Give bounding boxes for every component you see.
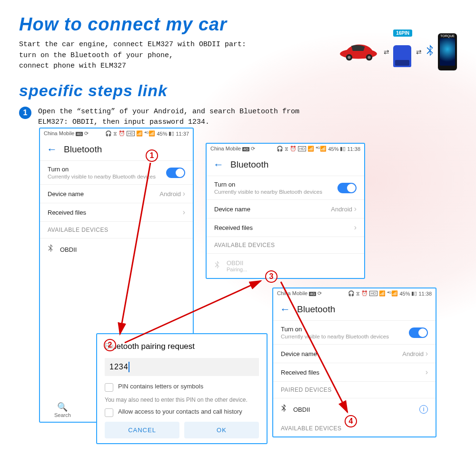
arrow-1-to-2 xyxy=(0,0,476,476)
svg-line-6 xyxy=(125,281,261,343)
svg-line-7 xyxy=(281,282,347,412)
svg-line-5 xyxy=(120,163,150,334)
